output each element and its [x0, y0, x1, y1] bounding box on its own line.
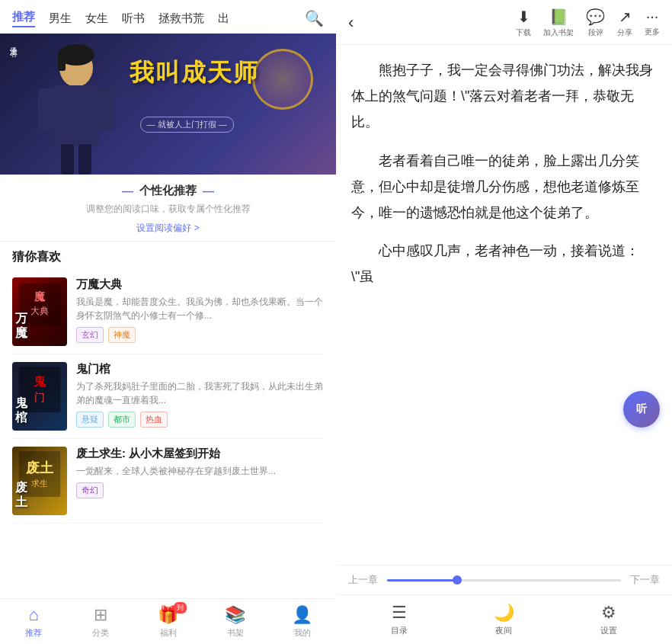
progress-thumb[interactable]	[453, 575, 462, 585]
bottom-nav-recommend[interactable]: ⌂ 推荐	[0, 599, 67, 644]
svg-rect-1	[53, 85, 99, 146]
svg-rect-4	[61, 144, 74, 175]
banner-character	[23, 41, 130, 175]
reader-action-download[interactable]: ⬇ 下载	[516, 8, 531, 38]
progress-track[interactable]	[387, 579, 621, 582]
nav-item-female[interactable]: 女生	[85, 11, 108, 26]
book-name: 万魔大典	[76, 277, 324, 292]
svg-rect-7	[58, 52, 66, 71]
list-item[interactable]: 废土 求生 废土 废土求生: 从小木屋签到开始 一觉醒来，全球人类被神秘存在穿越…	[12, 439, 324, 524]
book-info-guimen: 鬼门棺 为了杀死我妈肚子里面的二胎，我害死了我妈，从此未出生弟弟的魔魂一直缠着我…	[76, 362, 324, 431]
comment-icon: 💬	[586, 8, 605, 26]
book-name: 鬼门棺	[76, 362, 324, 376]
reader-bottom-bar: ☰ 目录 🌙 夜间 ⚙ 设置	[336, 594, 672, 644]
search-icon[interactable]: 🔍	[305, 9, 324, 27]
add-bookshelf-icon: 📗	[549, 8, 568, 26]
reader-actions: ⬇ 下载 📗 加入书架 💬 段评 ↗ 分享 ··· 更多	[516, 8, 660, 38]
personal-desc: 调整您的阅读口味，获取专属个性化推荐	[12, 203, 324, 216]
svg-text:魔: 魔	[34, 290, 46, 303]
book-info-wanmo: 万魔大典 我虽是魔，却能普度众生。我虽为佛，却也杀伐果断。当一个身怀玄阴煞气的小…	[76, 277, 324, 346]
bottom-nav-label: 书架	[227, 627, 244, 639]
book-tags: 奇幻	[76, 482, 324, 498]
personal-link[interactable]: 设置阅读偏好	[136, 223, 199, 233]
reader-content: 熊抱子子，我一定会寻得佛门功法，解决我身体上的煞气问题！\"落云对着老者一拜，恭…	[336, 45, 672, 315]
bottom-nav-label: 分类	[92, 627, 109, 639]
tag-rexue[interactable]: 热血	[140, 412, 168, 428]
download-label: 下载	[516, 27, 531, 38]
tag-shenmo[interactable]: 神魔	[108, 327, 136, 343]
nav-item-recommend[interactable]: 推荐	[12, 10, 35, 27]
list-item[interactable]: 魔 大典 万魔 万魔大典 我虽是魔，却能普度众生。我虽为佛，却也杀伐果断。当一个…	[12, 270, 324, 354]
reader-action-comment[interactable]: 💬 段评	[586, 8, 605, 38]
book-tags: 悬疑 都市 热血	[76, 412, 324, 428]
profile-icon: 👤	[292, 605, 312, 625]
book-cover-label: 废土	[15, 480, 64, 509]
bottom-nav-bookshelf[interactable]: 📚 书架	[202, 599, 269, 644]
banner-subtitle: — 就被人上门打假 —	[140, 117, 234, 133]
svg-text:废土: 废土	[25, 460, 54, 476]
reader-paragraph: 老者看着自己唯一的徒弟，脸上露出几分笑意，但心中却是徒增几分伤感，想他老道修炼至…	[351, 148, 657, 226]
next-chapter-button[interactable]: 下一章	[630, 573, 660, 587]
book-name: 废土求生: 从小木屋签到开始	[76, 447, 324, 461]
more-icon: ···	[646, 8, 659, 25]
book-desc: 一觉醒来，全球人类被神秘存在穿越到废土世界...	[76, 464, 324, 478]
right-panel: ‹ ⬇ 下载 📗 加入书架 💬 段评 ↗ 分享 ··· 更多	[336, 0, 672, 644]
reader-action-share[interactable]: ↗ 分享	[617, 8, 632, 38]
welfare-badge: 到	[174, 602, 187, 614]
audio-bubble[interactable]: 听	[623, 391, 660, 428]
bottom-nav-welfare[interactable]: 到 🎁 福利	[134, 599, 201, 644]
share-icon: ↗	[619, 8, 632, 26]
book-desc: 为了杀死我妈肚子里面的二胎，我害死了我妈，从此未出生弟弟的魔魂一直缠着我...	[76, 380, 324, 407]
reader-action-more[interactable]: ··· 更多	[645, 8, 660, 38]
bookshelf-icon: 📚	[225, 605, 245, 625]
section-title-guess: 猜你喜欢	[0, 242, 336, 270]
personal-title: 个性化推荐	[12, 184, 324, 198]
night-label: 夜间	[495, 625, 512, 636]
bottom-nav-category[interactable]: ⊞ 分类	[67, 599, 134, 644]
reader-top-bar: ‹ ⬇ 下载 📗 加入书架 💬 段评 ↗ 分享 ··· 更多	[336, 0, 672, 45]
book-tags: 玄幻 神魔	[76, 327, 324, 343]
tag-xuanhuan[interactable]: 玄幻	[76, 327, 104, 343]
top-nav: 推荐 男生 女生 听书 拯救书荒 出 🔍	[0, 0, 336, 34]
reader-paragraph: 熊抱子子，我一定会寻得佛门功法，解决我身体上的煞气问题！\"落云对着老者一拜，恭…	[351, 57, 657, 136]
bottom-nav-label: 福利	[160, 627, 177, 639]
nav-more: 出	[218, 11, 229, 26]
banner-title: 我叫成天师	[130, 56, 259, 90]
reader-action-add-bookshelf[interactable]: 📗 加入书架	[543, 8, 574, 38]
banner[interactable]: 沧浪之子 著 我叫成天师 — 就被人上门打假 —	[0, 34, 336, 175]
book-cover-label: 鬼棺	[15, 396, 64, 425]
banner-clock	[252, 49, 313, 110]
settings-icon: ⚙	[601, 603, 616, 623]
bottom-nav: ⌂ 推荐 ⊞ 分类 到 🎁 福利 📚 书架 👤 我的	[0, 598, 336, 644]
more-label: 更多	[645, 27, 660, 37]
list-item[interactable]: 鬼 门 鬼棺 鬼门棺 为了杀死我妈肚子里面的二胎，我害死了我妈，从此未出生弟弟的…	[12, 354, 324, 439]
progress-fill	[387, 579, 457, 582]
category-icon: ⊞	[94, 605, 107, 625]
bottom-nav-label: 推荐	[25, 627, 42, 639]
book-info-feitu: 废土求生: 从小木屋签到开始 一觉醒来，全球人类被神秘存在穿越到废土世界... …	[76, 447, 324, 515]
svg-rect-5	[78, 144, 91, 175]
svg-text:鬼: 鬼	[33, 375, 46, 388]
add-bookshelf-label: 加入书架	[543, 27, 574, 38]
prev-chapter-button[interactable]: 上一章	[348, 573, 378, 587]
tag-dushi[interactable]: 都市	[108, 412, 136, 428]
reader-content-wrapper: 熊抱子子，我一定会寻得佛门功法，解决我身体上的煞气问题！\"落云对着老者一拜，恭…	[336, 45, 672, 565]
tag-xuanyi[interactable]: 悬疑	[76, 412, 104, 428]
reader-night-button[interactable]: 🌙 夜间	[494, 603, 514, 636]
nav-item-audiobook[interactable]: 听书	[122, 11, 145, 26]
night-icon: 🌙	[494, 603, 514, 623]
personal-section: 个性化推荐 调整您的阅读口味，获取专属个性化推荐 设置阅读偏好	[0, 175, 336, 242]
back-button[interactable]: ‹	[348, 13, 354, 33]
comment-label: 段评	[588, 27, 603, 38]
reader-paragraph: 心中感叹几声，老者神色一动，接着说道：\"虽	[351, 238, 657, 290]
book-list: 魔 大典 万魔 万魔大典 我虽是魔，却能普度众生。我虽为佛，却也杀伐果断。当一个…	[0, 270, 336, 598]
left-panel: 推荐 男生 女生 听书 拯救书荒 出 🔍 沧浪之子 著 我叫成天师 — 就被人上…	[0, 0, 336, 644]
bottom-nav-profile[interactable]: 👤 我的	[269, 599, 336, 644]
book-cover-guimen: 鬼 门 鬼棺	[12, 362, 67, 431]
tag-qihuan[interactable]: 奇幻	[76, 482, 104, 498]
book-cover-feitu: 废土 求生 废土	[12, 447, 67, 515]
reader-settings-button[interactable]: ⚙ 设置	[600, 603, 617, 636]
reader-toc-button[interactable]: ☰ 目录	[391, 603, 408, 636]
nav-item-male[interactable]: 男生	[49, 11, 72, 26]
nav-item-rescue[interactable]: 拯救书荒	[158, 11, 204, 26]
